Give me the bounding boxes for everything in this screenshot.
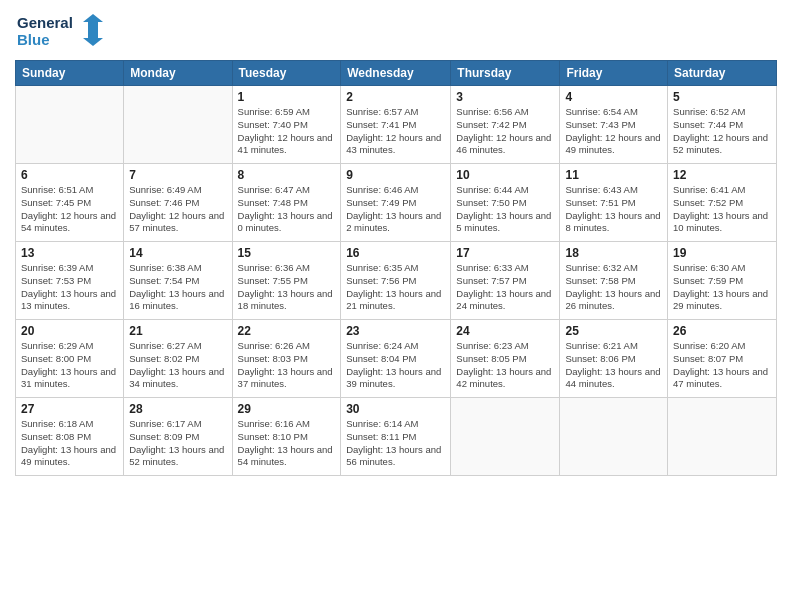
calendar-cell: 9Sunrise: 6:46 AM Sunset: 7:49 PM Daylig… [341,164,451,242]
calendar-cell: 6Sunrise: 6:51 AM Sunset: 7:45 PM Daylig… [16,164,124,242]
day-number: 23 [346,324,445,338]
day-detail: Sunrise: 6:23 AM Sunset: 8:05 PM Dayligh… [456,340,554,391]
day-detail: Sunrise: 6:32 AM Sunset: 7:58 PM Dayligh… [565,262,662,313]
day-detail: Sunrise: 6:35 AM Sunset: 7:56 PM Dayligh… [346,262,445,313]
day-number: 19 [673,246,771,260]
day-number: 18 [565,246,662,260]
day-number: 15 [238,246,336,260]
day-detail: Sunrise: 6:56 AM Sunset: 7:42 PM Dayligh… [456,106,554,157]
day-number: 7 [129,168,226,182]
day-number: 22 [238,324,336,338]
day-detail: Sunrise: 6:51 AM Sunset: 7:45 PM Dayligh… [21,184,118,235]
day-number: 11 [565,168,662,182]
day-detail: Sunrise: 6:24 AM Sunset: 8:04 PM Dayligh… [346,340,445,391]
day-detail: Sunrise: 6:59 AM Sunset: 7:40 PM Dayligh… [238,106,336,157]
day-number: 10 [456,168,554,182]
calendar-cell: 13Sunrise: 6:39 AM Sunset: 7:53 PM Dayli… [16,242,124,320]
day-number: 8 [238,168,336,182]
calendar-cell: 8Sunrise: 6:47 AM Sunset: 7:48 PM Daylig… [232,164,341,242]
week-row-1: 1Sunrise: 6:59 AM Sunset: 7:40 PM Daylig… [16,86,777,164]
weekday-header-friday: Friday [560,61,668,86]
week-row-3: 13Sunrise: 6:39 AM Sunset: 7:53 PM Dayli… [16,242,777,320]
day-number: 25 [565,324,662,338]
svg-marker-2 [83,14,103,46]
week-row-2: 6Sunrise: 6:51 AM Sunset: 7:45 PM Daylig… [16,164,777,242]
calendar-cell: 20Sunrise: 6:29 AM Sunset: 8:00 PM Dayli… [16,320,124,398]
calendar-cell: 19Sunrise: 6:30 AM Sunset: 7:59 PM Dayli… [668,242,777,320]
calendar-cell: 3Sunrise: 6:56 AM Sunset: 7:42 PM Daylig… [451,86,560,164]
calendar-cell: 27Sunrise: 6:18 AM Sunset: 8:08 PM Dayli… [16,398,124,476]
calendar-cell: 18Sunrise: 6:32 AM Sunset: 7:58 PM Dayli… [560,242,668,320]
calendar-cell: 30Sunrise: 6:14 AM Sunset: 8:11 PM Dayli… [341,398,451,476]
day-number: 20 [21,324,118,338]
day-number: 9 [346,168,445,182]
day-number: 21 [129,324,226,338]
calendar-cell: 14Sunrise: 6:38 AM Sunset: 7:54 PM Dayli… [124,242,232,320]
day-number: 6 [21,168,118,182]
day-detail: Sunrise: 6:16 AM Sunset: 8:10 PM Dayligh… [238,418,336,469]
day-detail: Sunrise: 6:18 AM Sunset: 8:08 PM Dayligh… [21,418,118,469]
calendar-cell: 21Sunrise: 6:27 AM Sunset: 8:02 PM Dayli… [124,320,232,398]
day-number: 3 [456,90,554,104]
calendar-cell: 7Sunrise: 6:49 AM Sunset: 7:46 PM Daylig… [124,164,232,242]
day-number: 12 [673,168,771,182]
day-detail: Sunrise: 6:52 AM Sunset: 7:44 PM Dayligh… [673,106,771,157]
calendar-cell: 22Sunrise: 6:26 AM Sunset: 8:03 PM Dayli… [232,320,341,398]
day-number: 24 [456,324,554,338]
calendar-cell: 10Sunrise: 6:44 AM Sunset: 7:50 PM Dayli… [451,164,560,242]
weekday-header-row: SundayMondayTuesdayWednesdayThursdayFrid… [16,61,777,86]
calendar-cell: 23Sunrise: 6:24 AM Sunset: 8:04 PM Dayli… [341,320,451,398]
day-detail: Sunrise: 6:44 AM Sunset: 7:50 PM Dayligh… [456,184,554,235]
weekday-header-thursday: Thursday [451,61,560,86]
day-detail: Sunrise: 6:20 AM Sunset: 8:07 PM Dayligh… [673,340,771,391]
calendar-cell: 25Sunrise: 6:21 AM Sunset: 8:06 PM Dayli… [560,320,668,398]
calendar-cell [451,398,560,476]
calendar-cell: 29Sunrise: 6:16 AM Sunset: 8:10 PM Dayli… [232,398,341,476]
week-row-4: 20Sunrise: 6:29 AM Sunset: 8:00 PM Dayli… [16,320,777,398]
weekday-header-wednesday: Wednesday [341,61,451,86]
calendar-cell: 28Sunrise: 6:17 AM Sunset: 8:09 PM Dayli… [124,398,232,476]
calendar-table: SundayMondayTuesdayWednesdayThursdayFrid… [15,60,777,476]
svg-text:General: General [17,14,73,31]
week-row-5: 27Sunrise: 6:18 AM Sunset: 8:08 PM Dayli… [16,398,777,476]
calendar-cell: 26Sunrise: 6:20 AM Sunset: 8:07 PM Dayli… [668,320,777,398]
day-number: 14 [129,246,226,260]
calendar-cell: 17Sunrise: 6:33 AM Sunset: 7:57 PM Dayli… [451,242,560,320]
day-detail: Sunrise: 6:39 AM Sunset: 7:53 PM Dayligh… [21,262,118,313]
day-detail: Sunrise: 6:36 AM Sunset: 7:55 PM Dayligh… [238,262,336,313]
calendar-cell [668,398,777,476]
calendar-cell: 5Sunrise: 6:52 AM Sunset: 7:44 PM Daylig… [668,86,777,164]
day-detail: Sunrise: 6:17 AM Sunset: 8:09 PM Dayligh… [129,418,226,469]
day-detail: Sunrise: 6:21 AM Sunset: 8:06 PM Dayligh… [565,340,662,391]
day-number: 28 [129,402,226,416]
day-number: 27 [21,402,118,416]
day-number: 4 [565,90,662,104]
logo: General Blue [15,10,105,52]
day-detail: Sunrise: 6:57 AM Sunset: 7:41 PM Dayligh… [346,106,445,157]
weekday-header-sunday: Sunday [16,61,124,86]
calendar-cell [560,398,668,476]
day-number: 5 [673,90,771,104]
day-number: 17 [456,246,554,260]
day-detail: Sunrise: 6:43 AM Sunset: 7:51 PM Dayligh… [565,184,662,235]
weekday-header-monday: Monday [124,61,232,86]
calendar-cell [124,86,232,164]
day-number: 13 [21,246,118,260]
day-number: 29 [238,402,336,416]
day-number: 30 [346,402,445,416]
calendar-cell: 2Sunrise: 6:57 AM Sunset: 7:41 PM Daylig… [341,86,451,164]
day-detail: Sunrise: 6:14 AM Sunset: 8:11 PM Dayligh… [346,418,445,469]
page: General Blue SundayMondayTuesdayWednesda… [0,0,792,612]
calendar-cell: 4Sunrise: 6:54 AM Sunset: 7:43 PM Daylig… [560,86,668,164]
day-detail: Sunrise: 6:38 AM Sunset: 7:54 PM Dayligh… [129,262,226,313]
day-detail: Sunrise: 6:30 AM Sunset: 7:59 PM Dayligh… [673,262,771,313]
day-number: 16 [346,246,445,260]
calendar-cell: 15Sunrise: 6:36 AM Sunset: 7:55 PM Dayli… [232,242,341,320]
day-number: 1 [238,90,336,104]
calendar-cell: 24Sunrise: 6:23 AM Sunset: 8:05 PM Dayli… [451,320,560,398]
calendar-cell: 16Sunrise: 6:35 AM Sunset: 7:56 PM Dayli… [341,242,451,320]
logo-svg: General Blue [15,10,105,52]
day-detail: Sunrise: 6:46 AM Sunset: 7:49 PM Dayligh… [346,184,445,235]
day-detail: Sunrise: 6:41 AM Sunset: 7:52 PM Dayligh… [673,184,771,235]
day-detail: Sunrise: 6:29 AM Sunset: 8:00 PM Dayligh… [21,340,118,391]
